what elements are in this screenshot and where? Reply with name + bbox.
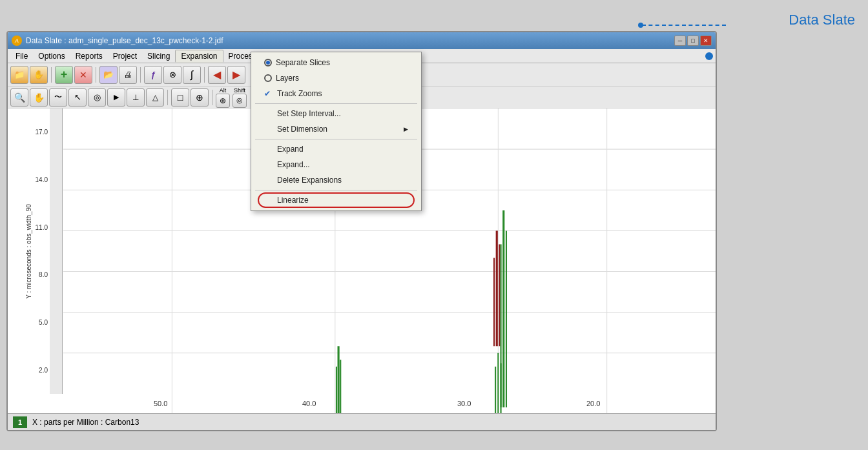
maximize-button[interactable]: □ xyxy=(687,36,699,46)
add-button[interactable]: + xyxy=(55,66,73,84)
radio-layers xyxy=(264,74,272,82)
y-label-14: 14.0 xyxy=(36,176,48,183)
delta-button[interactable]: △ xyxy=(146,88,164,107)
menu-reports[interactable]: Reports xyxy=(70,50,108,62)
y-label-2: 2.0 xyxy=(39,367,48,374)
menu-file[interactable]: File xyxy=(10,50,33,62)
dd-label-expand: Expand xyxy=(277,145,304,154)
status-x-label: X : parts per Million : Carbon13 xyxy=(32,418,139,427)
title-bar-buttons: ─ □ ✕ xyxy=(674,36,712,46)
dd-label-separate-slices: Separate Slices xyxy=(276,58,330,67)
y-label-17: 17.0 xyxy=(36,128,48,136)
hand-button[interactable]: ✋ xyxy=(30,66,48,84)
pan-button[interactable]: ✋ xyxy=(30,88,48,107)
delete-button[interactable]: ✕ xyxy=(74,66,92,84)
arrow-right-button[interactable]: ▶ xyxy=(227,66,245,84)
tool-sep-6 xyxy=(212,90,212,105)
title-bar: A Data Slate : adm_single_pulse_dec_13c_… xyxy=(8,32,716,49)
tool-sep-3 xyxy=(140,67,141,83)
x-label-30: 30.0 xyxy=(457,400,471,407)
select-button[interactable]: ▶ xyxy=(107,88,125,107)
dd-track-zooms[interactable]: ✔ Track Zooms xyxy=(251,86,421,101)
y-label-8: 8.0 xyxy=(39,271,48,278)
dd-label-expand-dots: Expand... xyxy=(277,160,310,169)
title-bar-icon: A xyxy=(12,36,22,46)
open-button[interactable]: 📁 xyxy=(10,66,28,84)
dd-linearize[interactable]: Linearize xyxy=(251,192,421,208)
dd-set-dimension[interactable]: Set Dimension xyxy=(251,121,421,137)
dd-expand[interactable]: Expand xyxy=(251,141,421,157)
minimize-button[interactable]: ─ xyxy=(674,36,686,46)
title-bar-text: Data Slate : adm_single_pulse_dec_13c_pw… xyxy=(26,36,674,45)
dd-label-linearize: Linearize xyxy=(277,196,309,205)
dd-layers[interactable]: Layers xyxy=(251,70,421,86)
cursor-button[interactable]: ↖ xyxy=(68,88,87,107)
folder2-button[interactable]: 📂 xyxy=(99,66,118,84)
circle-x-button[interactable]: ⊗ xyxy=(163,66,181,84)
status-bar: 1 X : parts per Million : Carbon13 xyxy=(8,413,716,430)
shift-button[interactable]: ◎ xyxy=(232,94,247,108)
fx-button[interactable]: ƒ xyxy=(144,66,162,84)
tool-sep-1 xyxy=(51,67,52,83)
peak-button[interactable]: ⊥ xyxy=(127,88,145,107)
x-label-40: 40.0 xyxy=(302,400,316,407)
crosshair-button[interactable]: ⊕ xyxy=(191,88,209,107)
close-button[interactable]: ✕ xyxy=(700,36,712,46)
square1-button[interactable]: □ xyxy=(171,88,189,107)
status-number: 1 xyxy=(13,416,27,428)
dd-label-set-dimension: Set Dimension xyxy=(277,125,327,134)
dd-label-layers: Layers xyxy=(276,74,299,83)
menu-project[interactable]: Project xyxy=(108,50,142,62)
x-label-20: 20.0 xyxy=(586,400,600,407)
alt-button[interactable]: ⊕ xyxy=(216,94,230,108)
integral-button[interactable]: ∫ xyxy=(183,66,201,84)
arrow-left-button[interactable]: ◀ xyxy=(208,66,226,84)
y-label-5: 5.0 xyxy=(39,319,48,326)
wave-button[interactable]: 〜 xyxy=(49,88,67,107)
dotted-line xyxy=(642,25,726,26)
dd-label-delete-expansions: Delete Expansions xyxy=(277,176,342,185)
x-label-50: 50.0 xyxy=(154,400,167,407)
tool-sep-2 xyxy=(96,67,96,83)
alt-label: Alt xyxy=(220,87,227,94)
tool-sep-4 xyxy=(204,67,205,83)
check-track-zooms: ✔ xyxy=(264,89,273,98)
shift-label: Shift xyxy=(234,87,245,94)
menu-expansion[interactable]: Expansion xyxy=(175,50,223,63)
dd-delete-expansions[interactable]: Delete Expansions xyxy=(251,172,421,188)
expansion-dropdown: Separate Slices Layers ✔ Track Zooms Set… xyxy=(251,52,422,211)
print-button[interactable]: 🖨 xyxy=(119,66,137,84)
circle-button[interactable]: ◎ xyxy=(88,88,106,107)
y-label-11: 11.0 xyxy=(36,224,48,231)
radio-separate-slices xyxy=(264,59,272,66)
zoom-button[interactable]: 🔍 xyxy=(10,88,28,107)
menu-slicing[interactable]: Slicing xyxy=(142,50,175,62)
dd-label-track-zooms: Track Zooms xyxy=(277,89,322,98)
dd-sep-1 xyxy=(255,103,417,104)
menu-options[interactable]: Options xyxy=(33,50,70,62)
tool-sep-5 xyxy=(167,90,168,105)
dd-sep-2 xyxy=(255,139,417,139)
dd-label-set-step-interval: Set Step Interval... xyxy=(277,109,341,118)
dd-expand-dots[interactable]: Expand... xyxy=(251,157,421,172)
dd-sep-3 xyxy=(255,190,417,190)
dd-set-step-interval[interactable]: Set Step Interval... xyxy=(251,106,421,121)
dd-separate-slices[interactable]: Separate Slices xyxy=(251,55,421,70)
data-slate-label: Data Slate xyxy=(789,12,855,28)
